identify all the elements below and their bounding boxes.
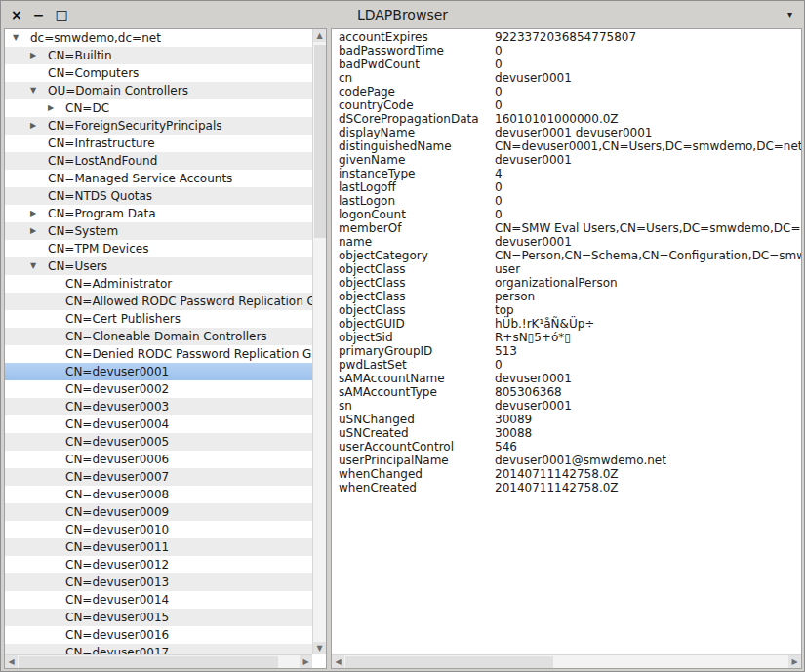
tree-item[interactable]: CN=devuser0011 (5, 538, 312, 556)
tree-item[interactable]: CN=devuser0017 (5, 644, 312, 654)
attribute-row[interactable]: logonCount0 (339, 208, 801, 221)
horizontal-scrollbar-thumb[interactable] (345, 656, 553, 668)
tree-item[interactable]: CN=Cert Publishers (5, 310, 312, 328)
expanded-arrow-icon[interactable]: ▼ (30, 257, 48, 275)
attribute-row[interactable]: objectSidR+sN▯5+ó*▯ (339, 331, 801, 344)
attribute-row[interactable]: pwdLastSet0 (339, 358, 801, 372)
attribute-row[interactable]: userAccountControl546 (339, 440, 801, 454)
attribute-row[interactable]: codePage0 (339, 85, 801, 99)
collapsed-arrow-icon[interactable]: ▶ (30, 205, 48, 222)
tree-item[interactable]: ▼dc=smwdemo,dc=net (5, 29, 312, 47)
expanded-arrow-icon[interactable]: ▼ (30, 82, 48, 99)
attribute-row[interactable]: givenNamedevuser0001 (339, 153, 801, 167)
attribute-row[interactable]: objectClassperson (339, 290, 801, 303)
tree-item[interactable]: CN=Computers (5, 64, 312, 82)
attribute-row[interactable]: sAMAccountNamedevuser0001 (339, 372, 801, 385)
tree-item[interactable]: CN=devuser0008 (5, 486, 312, 503)
attribute-row[interactable]: objectGUIDhÜb.!rK¹åÑ&Üp÷ (339, 317, 801, 331)
attribute-name: userAccountControl (339, 440, 495, 454)
attribute-name: objectSid (339, 331, 495, 344)
attribute-row[interactable]: uSNChanged30089 (339, 413, 801, 426)
window-menu-arrow-icon[interactable]: ▾ (787, 1, 792, 28)
tree-item[interactable]: CN=devuser0005 (5, 433, 312, 451)
attribute-row[interactable]: objectClassuser (339, 262, 801, 276)
scroll-down-icon[interactable]: ▼ (313, 642, 326, 654)
collapsed-arrow-icon[interactable]: ▶ (30, 47, 48, 64)
tree-item[interactable]: CN=devuser0014 (5, 591, 312, 609)
tree-item[interactable]: CN=Administrator (5, 275, 312, 293)
attribute-row[interactable]: whenCreated20140711142758.0Z (339, 481, 801, 494)
attribute-row[interactable]: dSCorePropagationData16010101000000.0Z (339, 112, 801, 126)
tree-item[interactable]: ▼CN=Users (5, 257, 312, 275)
attribute-row[interactable]: namedevuser0001 (339, 235, 801, 249)
scroll-up-icon[interactable]: ▲ (313, 29, 326, 42)
scroll-right-icon[interactable]: ▶ (300, 655, 312, 668)
attribute-row[interactable]: instanceType4 (339, 167, 801, 180)
tree-item[interactable]: CN=Managed Service Accounts (5, 170, 312, 187)
vertical-scrollbar-thumb[interactable] (314, 45, 326, 238)
attribute-row[interactable]: lastLogoff0 (339, 180, 801, 194)
tree-item[interactable]: CN=Allowed RODC Password Replication Gro… (5, 293, 312, 310)
scroll-left-icon[interactable]: ◀ (332, 655, 344, 668)
attribute-row[interactable]: objectClasstop (339, 303, 801, 317)
tree-item[interactable]: ▶CN=System (5, 222, 312, 240)
tree-item[interactable]: CN=devuser0004 (5, 415, 312, 433)
tree-item[interactable]: CN=devuser0012 (5, 556, 312, 573)
attribute-row[interactable]: distinguishedNameCN=devuser0001,CN=Users… (339, 139, 801, 153)
attribute-row[interactable]: memberOfCN=SMW Eval Users,CN=Users,DC=sm… (339, 221, 801, 235)
tree-item[interactable]: ▶CN=Program Data (5, 205, 312, 222)
tree-item-label: CN=System (48, 222, 118, 240)
tree-item[interactable]: CN=devuser0015 (5, 609, 312, 626)
tree-item[interactable]: CN=devuser0001 (5, 363, 312, 380)
attributes-horizontal-scrollbar[interactable]: ◀ ▶ (332, 654, 801, 668)
tree-item[interactable]: ▶CN=ForeignSecurityPrincipals (5, 117, 312, 135)
collapsed-arrow-icon[interactable]: ▶ (30, 117, 48, 135)
tree-item[interactable]: CN=devuser0007 (5, 468, 312, 486)
tree-item-label: OU=Domain Controllers (48, 82, 188, 99)
attribute-row[interactable]: countryCode0 (339, 99, 801, 112)
tree-item[interactable]: ▶CN=DC (5, 99, 312, 117)
expanded-arrow-icon[interactable]: ▼ (13, 29, 30, 47)
tree-item[interactable]: CN=devuser0003 (5, 398, 312, 415)
attribute-row[interactable]: accountExpires9223372036854775807 (339, 30, 801, 44)
tree-item[interactable]: CN=devuser0013 (5, 573, 312, 591)
tree-horizontal-scrollbar[interactable]: ◀ ▶ (5, 654, 312, 668)
tree-item[interactable]: CN=TPM Devices (5, 240, 312, 257)
tree-item[interactable]: CN=NTDS Quotas (5, 187, 312, 205)
attribute-row[interactable]: objectCategoryCN=Person,CN=Schema,CN=Con… (339, 249, 801, 262)
attribute-row[interactable]: objectClassorganizationalPerson (339, 276, 801, 290)
tree-item[interactable]: ▶CN=Builtin (5, 47, 312, 64)
attribute-row[interactable]: lastLogon0 (339, 194, 801, 208)
attribute-row[interactable]: badPasswordTime0 (339, 44, 801, 58)
tree-item[interactable]: CN=LostAndFound (5, 152, 312, 170)
scroll-right-icon[interactable]: ▶ (788, 655, 801, 668)
tree-item[interactable]: CN=devuser0009 (5, 503, 312, 521)
tree-item[interactable]: CN=Cloneable Domain Controllers (5, 328, 312, 345)
tree-item[interactable]: CN=Denied RODC Password Replication Grou… (5, 345, 312, 363)
tree-item[interactable]: CN=Infrastructure (5, 135, 312, 152)
tree-item[interactable]: ▼OU=Domain Controllers (5, 82, 312, 99)
attribute-row[interactable]: sndevuser0001 (339, 399, 801, 413)
attribute-row[interactable]: primaryGroupID513 (339, 344, 801, 358)
collapsed-arrow-icon[interactable]: ▶ (48, 99, 65, 117)
scroll-left-icon[interactable]: ◀ (5, 655, 18, 668)
attribute-row[interactable]: displayNamedevuser0001 devuser0001 (339, 126, 801, 139)
attribute-row[interactable]: whenChanged20140711142758.0Z (339, 467, 801, 481)
attribute-row[interactable]: cndevuser0001 (339, 71, 801, 85)
tree-item[interactable]: CN=devuser0016 (5, 626, 312, 644)
tree-item[interactable]: CN=devuser0006 (5, 451, 312, 468)
horizontal-scrollbar-thumb[interactable] (19, 656, 278, 668)
tree-vertical-scrollbar[interactable]: ▲ ▼ (312, 29, 326, 654)
attribute-row[interactable]: userPrincipalNamedevuser0001@smwdemo.net (339, 454, 801, 467)
attribute-list: accountExpires9223372036854775807badPass… (332, 29, 801, 654)
tree-item[interactable]: CN=devuser0002 (5, 380, 312, 398)
attribute-row[interactable]: badPwdCount0 (339, 58, 801, 71)
attribute-value: 0 (495, 180, 503, 194)
tree-item[interactable]: CN=devuser0010 (5, 521, 312, 538)
collapsed-arrow-icon[interactable]: ▶ (30, 222, 48, 240)
attribute-row[interactable]: sAMAccountType805306368 (339, 385, 801, 399)
tree-item-label: CN=LostAndFound (48, 152, 157, 170)
attribute-value: devuser0001 (495, 235, 572, 249)
attribute-row[interactable]: uSNCreated30088 (339, 426, 801, 440)
tree-item-label: CN=devuser0015 (65, 609, 169, 626)
